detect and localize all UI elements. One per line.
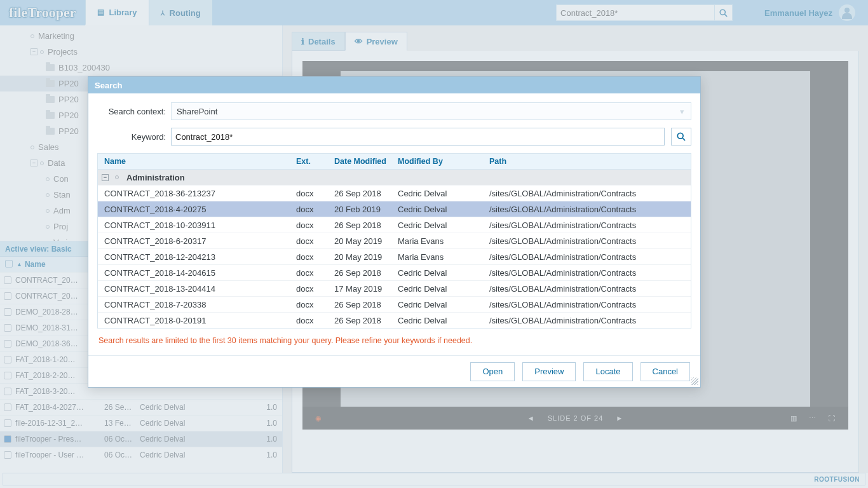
col-ext[interactable]: Ext. <box>296 157 334 166</box>
preview-button[interactable]: Preview <box>522 362 576 381</box>
res-mod: Cedric Delval <box>398 268 487 278</box>
res-path: /sites/GLOBAL/Administration/Contracts <box>487 236 691 246</box>
res-name: CONTRACT_2018-0-20191 <box>98 316 296 325</box>
res-mod: Cedric Delval <box>398 284 487 294</box>
res-mod: Cedric Delval <box>398 189 487 198</box>
res-ext: docx <box>296 205 334 214</box>
res-mod: Cedric Delval <box>398 205 487 214</box>
res-name: CONTRACT_2018-36-213237 <box>98 189 296 198</box>
res-ext: docx <box>296 268 334 278</box>
res-path: /sites/GLOBAL/Administration/Contracts <box>487 316 691 325</box>
res-ext: docx <box>296 300 334 309</box>
res-name: CONTRACT_2018-6-20317 <box>98 236 296 246</box>
keyword-label: Keyword: <box>97 132 171 142</box>
search-go-button[interactable] <box>671 128 691 146</box>
res-name: CONTRACT_2018-10-203911 <box>98 220 296 230</box>
res-mod: Maria Evans <box>398 236 487 246</box>
group-label: Administration <box>126 173 185 182</box>
res-date: 26 Sep 2018 <box>334 189 398 198</box>
res-date: 20 May 2019 <box>334 236 398 246</box>
res-ext: docx <box>296 316 334 325</box>
resize-grip[interactable] <box>691 377 698 385</box>
col-path[interactable]: Path <box>487 157 691 166</box>
res-ext: docx <box>296 236 334 246</box>
group-icon <box>115 175 119 179</box>
res-name: CONTRACT_2018-14-204615 <box>98 268 296 278</box>
res-date: 20 Feb 2019 <box>334 205 398 214</box>
result-row[interactable]: CONTRACT_2018-6-20317docx20 May 2019Mari… <box>98 233 691 248</box>
res-mod: Maria Evans <box>398 252 487 262</box>
locate-button[interactable]: Locate <box>583 362 632 381</box>
context-select[interactable]: SharePoint <box>171 102 691 120</box>
result-row[interactable]: CONTRACT_2018-20-211520docx26 Sep 2018Ce… <box>98 328 691 329</box>
results-note: Search results are limited to the first … <box>98 336 690 345</box>
res-mod: Cedric Delval <box>398 300 487 309</box>
res-path: /sites/GLOBAL/Administration/Contracts <box>487 300 691 309</box>
cancel-button[interactable]: Cancel <box>641 362 690 381</box>
results-body[interactable]: −AdministrationCONTRACT_2018-36-213237do… <box>97 170 691 329</box>
result-row[interactable]: CONTRACT_2018-0-20191docx26 Sep 2018Cedr… <box>98 312 691 328</box>
res-path: /sites/GLOBAL/Administration/Contracts <box>487 268 691 278</box>
res-mod: Cedric Delval <box>398 220 487 230</box>
result-row[interactable]: CONTRACT_2018-12-204213docx20 May 2019Ma… <box>98 248 691 264</box>
res-path: /sites/GLOBAL/Administration/Contracts <box>487 252 691 262</box>
col-mod[interactable]: Modified By <box>398 157 487 166</box>
svg-line-3 <box>682 138 685 140</box>
search-dialog: Search Search context: SharePoint Keywor… <box>88 76 701 388</box>
res-name: CONTRACT_2018-4-20275 <box>98 205 296 214</box>
res-ext: docx <box>296 189 334 198</box>
res-date: 26 Sep 2018 <box>334 300 398 309</box>
results-header[interactable]: Name Ext. Date Modified Modified By Path <box>97 153 691 170</box>
res-mod: Cedric Delval <box>398 316 487 325</box>
result-row[interactable]: CONTRACT_2018-13-204414docx17 May 2019Ce… <box>98 280 691 296</box>
res-path: /sites/GLOBAL/Administration/Contracts <box>487 220 691 230</box>
context-label: Search context: <box>97 107 171 116</box>
result-row[interactable]: CONTRACT_2018-4-20275docx20 Feb 2019Cedr… <box>98 201 691 217</box>
res-date: 17 May 2019 <box>334 284 398 294</box>
result-row[interactable]: CONTRACT_2018-14-204615docx26 Sep 2018Ce… <box>98 264 691 280</box>
res-name: CONTRACT_2018-7-20338 <box>98 300 296 309</box>
open-button[interactable]: Open <box>470 362 515 381</box>
res-date: 26 Sep 2018 <box>334 268 398 278</box>
keyword-input[interactable] <box>171 128 665 146</box>
res-path: /sites/GLOBAL/Administration/Contracts <box>487 284 691 294</box>
res-date: 26 Sep 2018 <box>334 316 398 325</box>
res-path: /sites/GLOBAL/Administration/Contracts <box>487 189 691 198</box>
result-row[interactable]: CONTRACT_2018-10-203911docx26 Sep 2018Ce… <box>98 217 691 233</box>
res-date: 26 Sep 2018 <box>334 220 398 230</box>
res-ext: docx <box>296 252 334 262</box>
res-ext: docx <box>296 220 334 230</box>
res-date: 20 May 2019 <box>334 252 398 262</box>
res-name: CONTRACT_2018-13-204414 <box>98 284 296 294</box>
dialog-title: Search <box>88 77 700 93</box>
col-date[interactable]: Date Modified <box>334 157 398 166</box>
result-row[interactable]: CONTRACT_2018-7-20338docx26 Sep 2018Cedr… <box>98 296 691 312</box>
collapse-icon[interactable]: − <box>102 174 109 181</box>
result-group[interactable]: −Administration <box>98 170 691 185</box>
res-name: CONTRACT_2018-12-204213 <box>98 252 296 262</box>
col-name[interactable]: Name <box>98 157 296 166</box>
search-icon <box>677 132 686 141</box>
res-ext: docx <box>296 284 334 294</box>
res-path: /sites/GLOBAL/Administration/Contracts <box>487 205 691 214</box>
result-row[interactable]: CONTRACT_2018-36-213237docx26 Sep 2018Ce… <box>98 185 691 201</box>
